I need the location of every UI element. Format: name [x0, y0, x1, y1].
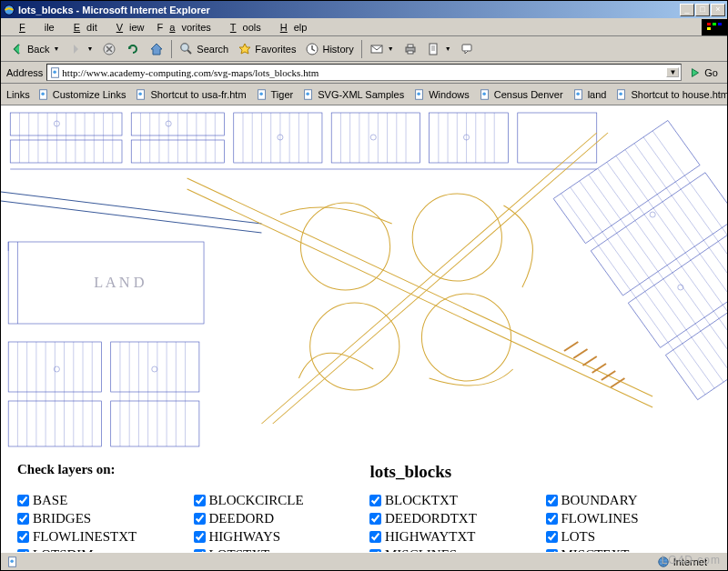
svg-rect-2	[707, 23, 711, 25]
linksbar: Links Customize LinksShortcut to usa-fr.…	[1, 84, 727, 105]
svg-rect-15	[462, 45, 471, 51]
menubar: File Edit View Favorites Tools Help	[1, 18, 727, 36]
layer-checkbox-misclines[interactable]	[369, 549, 381, 552]
check-layers-label: Check layers on:	[17, 462, 116, 482]
layer-checkbox-highwaytxt[interactable]	[369, 531, 381, 543]
url-field[interactable]: ▼	[46, 64, 682, 81]
edit-icon	[427, 42, 441, 56]
menu-view[interactable]: View	[104, 20, 151, 35]
svg-map[interactable]: L A N D	[1, 105, 727, 451]
svg-point-21	[139, 92, 143, 95]
link-item-0[interactable]: Customize Links	[37, 88, 126, 101]
page-title: lots_blocks	[370, 462, 452, 482]
layer-checkbox-boundary[interactable]	[546, 495, 558, 506]
history-button[interactable]: History	[301, 40, 357, 58]
layer-checkbox-deedordtxt[interactable]	[369, 513, 381, 525]
maximize-button[interactable]: □	[695, 4, 710, 16]
layer-checkbox-deedord[interactable]	[194, 513, 206, 525]
layer-checkbox-blocktxt[interactable]	[369, 495, 381, 506]
layer-checkbox-misctext[interactable]	[546, 549, 558, 552]
url-input[interactable]	[62, 67, 666, 78]
print-button[interactable]	[399, 40, 421, 58]
refresh-icon	[126, 42, 140, 56]
link-item-7[interactable]: Shortcut to house.html	[615, 88, 727, 101]
page-icon	[479, 88, 491, 101]
layer-misctext[interactable]: MISCTEXT	[546, 547, 712, 552]
page-icon	[615, 88, 628, 101]
layer-deedordtxt[interactable]: DEEDORDTXT	[369, 511, 535, 526]
links-label: Links	[6, 89, 30, 100]
toolbar: Back▼ ▼ Search Favorites History ▼ ▼	[1, 36, 727, 62]
discuss-button[interactable]	[457, 40, 479, 58]
layer-checkbox-lotsdim[interactable]	[17, 549, 29, 552]
svg-point-25	[307, 92, 310, 95]
layer-bridges[interactable]: BRIDGES	[17, 511, 183, 526]
discuss-icon	[460, 42, 475, 56]
layer-lotsdim[interactable]: LOTSDIM	[17, 547, 183, 552]
layer-highwaytxt[interactable]: HIGHWAYTXT	[369, 529, 535, 545]
forward-icon	[68, 42, 83, 56]
favorites-button[interactable]: Favorites	[234, 40, 299, 58]
menu-tools[interactable]: Tools	[217, 20, 268, 35]
layer-base[interactable]: BASE	[17, 493, 183, 508]
forward-button[interactable]: ▼	[65, 40, 96, 58]
svg-point-153	[10, 559, 14, 563]
svg-rect-3	[713, 23, 716, 25]
menu-help[interactable]: Help	[268, 20, 314, 35]
layer-boundary[interactable]: BOUNDARY	[546, 493, 712, 508]
layer-highways[interactable]: HIGHWAYS	[194, 529, 359, 545]
svg-point-29	[482, 92, 486, 95]
close-button[interactable]: ×	[711, 4, 725, 16]
layer-blockcircle[interactable]: BLOCKCIRCLE	[194, 493, 359, 508]
address-label: Address	[6, 67, 43, 78]
layer-deedord[interactable]: DEEDORD	[194, 511, 359, 526]
mail-icon	[369, 42, 384, 56]
history-icon	[305, 42, 319, 56]
page-icon	[37, 88, 50, 101]
layer-checkbox-blockcircle[interactable]	[194, 495, 206, 506]
menu-edit[interactable]: Edit	[61, 20, 104, 35]
search-button[interactable]: Search	[176, 40, 232, 58]
menu-favorites[interactable]: Favorites	[151, 20, 217, 35]
layer-blocktxt[interactable]: BLOCKTXT	[369, 493, 535, 508]
minimize-button[interactable]: _	[680, 4, 694, 16]
link-item-2[interactable]: Tiger	[256, 88, 294, 101]
layer-checkbox-lots[interactable]	[546, 531, 558, 543]
stop-button[interactable]	[98, 40, 120, 58]
link-item-6[interactable]: land	[572, 88, 607, 101]
mail-button[interactable]: ▼	[366, 40, 398, 58]
edit-button[interactable]: ▼	[423, 40, 455, 58]
svg-rect-13	[408, 51, 413, 54]
link-item-1[interactable]: Shortcut to usa-fr.htm	[135, 88, 246, 101]
layer-lotstxt[interactable]: LOTSTXT	[194, 547, 359, 552]
layer-flowlinestxt[interactable]: FLOWLINESTXT	[17, 529, 183, 545]
watermark: LO4D.com	[662, 554, 721, 566]
link-item-4[interactable]: Windows	[413, 88, 470, 101]
url-dropdown[interactable]: ▼	[666, 67, 679, 77]
svg-rect-12	[408, 45, 413, 47]
layer-checkbox-flowlines[interactable]	[546, 513, 558, 525]
page-icon	[256, 88, 268, 101]
refresh-button[interactable]	[122, 40, 144, 58]
ie-icon	[3, 4, 15, 16]
layer-checkbox-base[interactable]	[17, 495, 29, 506]
back-icon	[10, 42, 25, 56]
link-item-3[interactable]: SVG-XML Samples	[302, 88, 404, 101]
menu-file[interactable]: File	[6, 20, 61, 35]
layer-lots[interactable]: LOTS	[546, 529, 712, 545]
home-button[interactable]	[146, 40, 167, 58]
layer-checkbox-highways[interactable]	[194, 531, 206, 543]
go-icon	[689, 66, 702, 79]
layer-checkbox-flowlinestxt[interactable]	[17, 531, 29, 543]
link-item-5[interactable]: Census Denver	[479, 88, 563, 101]
svg-text:L  A  N  D: L A N D	[94, 275, 145, 290]
layer-misclines[interactable]: MISCLINES	[369, 547, 535, 552]
layer-checkbox-bridges[interactable]	[17, 513, 29, 525]
go-button[interactable]: Go	[685, 65, 722, 81]
layer-flowlines[interactable]: FLOWLINES	[546, 511, 712, 526]
stop-icon	[102, 42, 116, 56]
back-button[interactable]: Back▼	[6, 40, 63, 58]
page-icon	[302, 88, 315, 101]
ie-logo	[702, 19, 727, 35]
layer-checkbox-lotstxt[interactable]	[194, 549, 206, 552]
